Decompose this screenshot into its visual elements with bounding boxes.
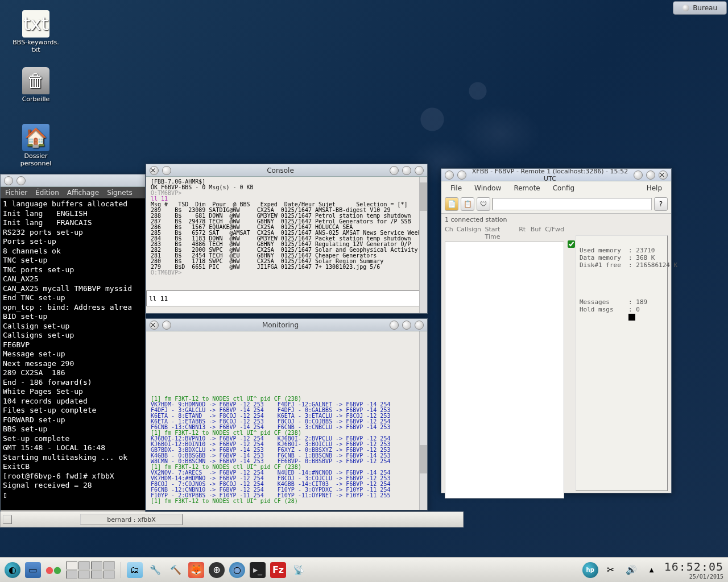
monitoring-output: [1] fm F3KT-12 to NODES ctl UI^ pid CF (… [146, 331, 427, 510]
close-button[interactable] [415, 166, 424, 175]
connection-status: 1 connected station [445, 215, 668, 226]
ham-launcher[interactable]: 📡 [291, 562, 307, 578]
app-launcher[interactable]: ⊕ [209, 562, 225, 578]
minimize-button[interactable] [634, 171, 643, 180]
trash-icon: 🗑 [22, 67, 49, 94]
maximize-button[interactable] [402, 321, 411, 330]
firefox-launcher[interactable]: 🦊 [188, 562, 204, 578]
xfbb-title: XFBB - F6BVP - Remote 1 (localhost:3286)… [468, 168, 632, 182]
window-list-menu[interactable] [3, 515, 12, 524]
task-entry[interactable]: bernard : xfbbX [80, 514, 183, 525]
hp-tray-icon[interactable]: hp [582, 562, 598, 578]
close-button[interactable]: ✕ [659, 171, 668, 180]
desktop-icon-home[interactable]: 🏠 Dossier personnel [10, 124, 61, 167]
file-manager-launcher[interactable]: 🗂 [127, 562, 143, 578]
monitoring-window: ✕ Monitoring [1] fm F3KT-12 to NODES ctl… [146, 318, 428, 510]
console-window: ✕ Console [FBB-7.06-AHMR$] OK F6BVP-BBS … [146, 164, 428, 314]
toolbar-button-3[interactable]: 🛡 [477, 197, 490, 211]
scrollbar[interactable] [419, 331, 427, 510]
list-columns: Ch Callsign Start Time Rt Buf C/Fwd [445, 226, 564, 240]
terminal-output[interactable]: 1 language buffers allocated Init lang E… [1, 198, 145, 510]
window-pin-button[interactable] [457, 171, 466, 180]
scrollbar[interactable] [419, 177, 427, 313]
updates-tray-icon[interactable]: ▲ [644, 562, 660, 578]
window-list-bar: bernard : xfbbX [0, 512, 464, 527]
console-output: [FBB-7.06-AHMR$] OK F6BVP-BBS - 0 Msg(s)… [146, 177, 427, 290]
station-list[interactable] [445, 242, 564, 498]
panel-clock[interactable]: 16:52:05 25/01/2015 [664, 560, 723, 580]
toolbar-button-1[interactable]: 📄 [445, 197, 458, 211]
xfbb-menubar[interactable]: File Window Remote Config Help [441, 181, 671, 195]
window-menu-button[interactable] [4, 176, 13, 185]
close-button[interactable]: ✕ [150, 166, 159, 175]
maximize-button[interactable] [402, 166, 411, 175]
shade-button[interactable] [162, 166, 171, 175]
console-title: Console [172, 167, 388, 174]
terminal-window: Fichier Édition Affichage Signets 1 lang… [0, 174, 146, 512]
minimize-button[interactable] [390, 166, 399, 175]
monitoring-title: Monitoring [172, 321, 388, 329]
workspace-indicator-icon [682, 5, 689, 11]
clipboard-tray-icon[interactable]: ✂ [603, 562, 619, 578]
help-button[interactable]: ? [654, 197, 668, 211]
url-field[interactable] [493, 198, 652, 210]
desktop-icon-trash[interactable]: 🗑 Corbeille [10, 67, 61, 103]
chromium-launcher[interactable]: ○ [229, 562, 245, 578]
window-menu-button[interactable] [445, 171, 454, 180]
home-folder-icon: 🏠 [22, 124, 49, 151]
text-file-icon: txt [22, 10, 49, 38]
shade-button[interactable] [162, 321, 171, 330]
desktop-icon-txt[interactable]: txt BBS-keywords. txt [10, 10, 61, 53]
start-menu-button[interactable]: ◐ [5, 562, 20, 578]
bottom-panel: ◐ ▭ ●● 🗂 🔧 🔨 🦊 ⊕ ○ ▸_ Fz 📡 hp ✂ 🔊 ▲ 16:5… [0, 557, 728, 582]
settings-launcher[interactable]: 🔧 [147, 562, 163, 578]
filezilla-launcher[interactable]: Fz [270, 562, 286, 578]
terminal-launcher[interactable]: ▸_ [250, 562, 266, 578]
maximize-button[interactable] [646, 171, 655, 180]
console-input[interactable] [146, 290, 427, 306]
workspace-switcher[interactable]: Bureau [673, 1, 727, 15]
wrench-launcher[interactable]: 🔨 [168, 562, 184, 578]
close-button[interactable]: ✕ [150, 321, 159, 330]
close-button[interactable] [415, 321, 424, 330]
toolbar-button-2[interactable]: 📋 [461, 197, 474, 211]
applet-button[interactable]: ●● [46, 562, 61, 578]
show-desktop-button[interactable]: ▭ [25, 562, 41, 578]
window-pin-button[interactable] [16, 176, 26, 185]
xfbb-stats-panel: Used memory : 23710 Data memory : 368 K … [576, 235, 668, 491]
menu-help: Help [641, 183, 668, 193]
workspace-pager[interactable] [66, 562, 115, 579]
minimize-button[interactable] [390, 321, 399, 330]
volume-tray-icon[interactable]: 🔊 [623, 562, 639, 578]
terminal-menubar[interactable]: Fichier Édition Affichage Signets [1, 187, 145, 198]
